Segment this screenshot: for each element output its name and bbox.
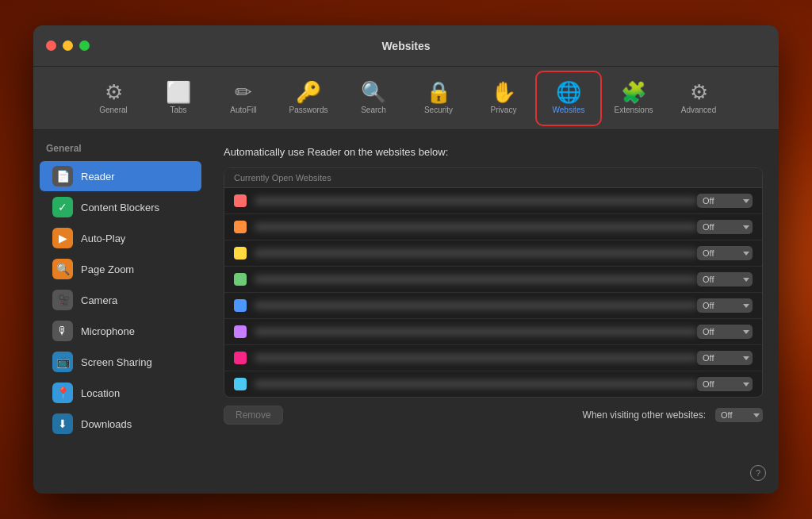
websites-icon: 🌐 bbox=[556, 82, 581, 102]
search-label: Search bbox=[361, 106, 386, 114]
tab-search[interactable]: 🔍 Search bbox=[343, 73, 404, 124]
general-label: General bbox=[99, 106, 128, 114]
sidebar: General 📄 Reader ✓ Content Blockers ▶ Au… bbox=[33, 130, 208, 494]
row-select-6[interactable]: OffOnAsk bbox=[697, 325, 753, 339]
table-row: OffOnAsk bbox=[224, 293, 762, 319]
website-name-blurred bbox=[255, 354, 697, 362]
sidebar-item-content-blockers[interactable]: ✓ Content Blockers bbox=[40, 192, 201, 222]
autoplay-icon: ▶ bbox=[52, 228, 73, 248]
security-icon: 🔒 bbox=[426, 82, 451, 102]
window-title: Websites bbox=[381, 40, 430, 52]
sidebar-item-reader[interactable]: 📄 Reader bbox=[40, 161, 201, 191]
sidebar-item-downloads[interactable]: ⬇ Downloads bbox=[40, 409, 201, 439]
main-description: Automatically use Reader on the websites… bbox=[224, 146, 763, 158]
sidebar-item-camera[interactable]: 🎥 Camera bbox=[40, 285, 201, 315]
minimize-button[interactable] bbox=[63, 40, 73, 51]
favicon bbox=[234, 247, 247, 260]
camera-icon: 🎥 bbox=[52, 290, 73, 310]
row-select-3[interactable]: OffOnAsk bbox=[697, 246, 753, 260]
sidebar-item-microphone[interactable]: 🎙 Microphone bbox=[40, 316, 201, 346]
favicon bbox=[234, 352, 247, 364]
table-row: OffOnAsk bbox=[224, 371, 762, 397]
websites-label: Websites bbox=[553, 106, 585, 114]
extensions-label: Extensions bbox=[615, 106, 653, 114]
table-row: OffOnAsk bbox=[224, 267, 762, 293]
tab-extensions[interactable]: 🧩 Extensions bbox=[603, 73, 665, 124]
sidebar-screen-sharing-label: Screen Sharing bbox=[81, 356, 152, 368]
sidebar-location-label: Location bbox=[81, 387, 120, 399]
website-name-blurred bbox=[255, 249, 697, 257]
sidebar-downloads-label: Downloads bbox=[81, 418, 132, 430]
passwords-label: Passwords bbox=[289, 106, 328, 114]
passwords-icon: 🔑 bbox=[296, 82, 321, 102]
visiting-other-select[interactable]: Off On Ask bbox=[715, 408, 763, 422]
page-zoom-icon: 🔍 bbox=[52, 259, 73, 279]
bottom-bar: Remove When visiting other websites: Off… bbox=[224, 398, 763, 428]
security-label: Security bbox=[424, 106, 453, 114]
titlebar: Websites bbox=[33, 25, 779, 67]
close-button[interactable] bbox=[46, 40, 56, 51]
row-select-7[interactable]: OffOnAsk bbox=[697, 351, 753, 365]
sidebar-content-blockers-label: Content Blockers bbox=[81, 202, 159, 213]
traffic-lights bbox=[46, 40, 90, 51]
table-row: OffOnAsk bbox=[224, 188, 762, 214]
tab-passwords[interactable]: 🔑 Passwords bbox=[278, 73, 339, 124]
sidebar-item-screen-sharing[interactable]: 📺 Screen Sharing bbox=[40, 347, 201, 377]
website-name-blurred bbox=[255, 223, 697, 231]
help-button[interactable]: ? bbox=[750, 465, 766, 481]
privacy-icon: ✋ bbox=[491, 82, 516, 102]
downloads-icon: ⬇ bbox=[52, 413, 73, 434]
row-select-2[interactable]: OffOnAsk bbox=[697, 220, 753, 234]
search-icon: 🔍 bbox=[361, 82, 386, 102]
sidebar-page-zoom-label: Page Zoom bbox=[81, 263, 134, 275]
remove-button[interactable]: Remove bbox=[224, 406, 283, 425]
tab-tabs[interactable]: ⬜ Tabs bbox=[147, 73, 209, 124]
sidebar-item-page-zoom[interactable]: 🔍 Page Zoom bbox=[40, 254, 201, 284]
tabs-icon: ⬜ bbox=[166, 82, 191, 102]
general-icon: ⚙ bbox=[105, 82, 123, 102]
toolbar: ⚙ General ⬜ Tabs ✏ AutoFill 🔑 Passwords … bbox=[33, 67, 779, 130]
sidebar-section-title: General bbox=[33, 140, 208, 160]
table-row: OffOnAsk bbox=[224, 240, 762, 267]
extensions-icon: 🧩 bbox=[621, 82, 646, 102]
website-name-blurred bbox=[255, 197, 697, 205]
maximize-button[interactable] bbox=[79, 40, 90, 51]
favicon bbox=[234, 325, 247, 338]
advanced-label: Advanced bbox=[681, 106, 716, 114]
sidebar-microphone-label: Microphone bbox=[81, 325, 135, 337]
privacy-label: Privacy bbox=[491, 106, 517, 114]
tab-websites[interactable]: 🌐 Websites bbox=[538, 73, 599, 124]
sidebar-auto-play-label: Auto-Play bbox=[81, 233, 125, 244]
row-select-1[interactable]: OffOnAsk bbox=[697, 194, 753, 208]
sidebar-item-auto-play[interactable]: ▶ Auto-Play bbox=[40, 223, 201, 253]
table-row: OffOnAsk bbox=[224, 214, 762, 240]
tab-general[interactable]: ⚙ General bbox=[82, 73, 144, 124]
websites-panel: Currently Open Websites OffOnAsk OffOnAs… bbox=[224, 167, 763, 398]
autofill-icon: ✏ bbox=[235, 82, 252, 102]
table-row: OffOnAsk bbox=[224, 319, 762, 345]
main-content: Automatically use Reader on the websites… bbox=[208, 130, 779, 444]
row-select-8[interactable]: OffOnAsk bbox=[697, 377, 753, 391]
tab-advanced[interactable]: ⚙ Advanced bbox=[668, 73, 730, 124]
sidebar-reader-label: Reader bbox=[81, 171, 115, 183]
sidebar-camera-label: Camera bbox=[81, 294, 117, 306]
favicon bbox=[234, 299, 247, 312]
main-window: Websites ⚙ General ⬜ Tabs ✏ AutoFill 🔑 P… bbox=[33, 25, 779, 494]
tabs-label: Tabs bbox=[170, 106, 186, 114]
tab-privacy[interactable]: ✋ Privacy bbox=[473, 73, 534, 124]
location-icon: 📍 bbox=[52, 383, 73, 403]
reader-icon: 📄 bbox=[52, 166, 73, 186]
row-select-4[interactable]: OffOnAsk bbox=[697, 272, 753, 286]
visiting-label: When visiting other websites: bbox=[583, 409, 706, 421]
website-name-blurred bbox=[255, 302, 697, 309]
website-name-blurred bbox=[255, 328, 697, 336]
website-name-blurred bbox=[255, 380, 697, 388]
row-select-5[interactable]: OffOnAsk bbox=[697, 298, 753, 313]
sidebar-item-location[interactable]: 📍 Location bbox=[40, 378, 201, 408]
favicon bbox=[234, 194, 247, 207]
tab-autofill[interactable]: ✏ AutoFill bbox=[213, 73, 274, 124]
tab-security[interactable]: 🔒 Security bbox=[408, 73, 469, 124]
microphone-icon: 🎙 bbox=[52, 321, 73, 341]
content-area: General 📄 Reader ✓ Content Blockers ▶ Au… bbox=[33, 130, 779, 494]
favicon bbox=[234, 273, 247, 286]
